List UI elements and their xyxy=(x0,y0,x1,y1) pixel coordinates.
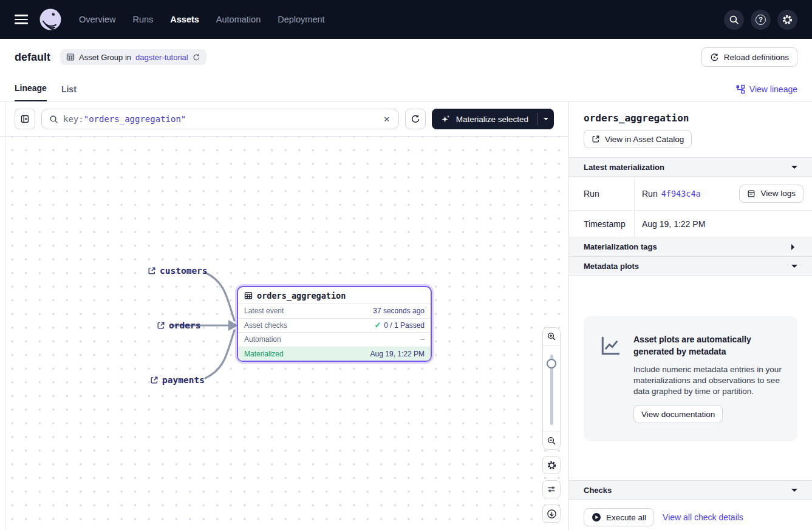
tabs-bar: Lineage List View lineage xyxy=(0,75,812,102)
page-title: default xyxy=(15,51,50,64)
materialize-selected-button[interactable]: Materialize selected xyxy=(432,109,554,129)
help-icon[interactable]: ? xyxy=(751,10,771,30)
nav-overview[interactable]: Overview xyxy=(79,15,115,24)
hamburger-menu-icon[interactable] xyxy=(15,15,28,24)
page-header: default Asset Group in dagster-tutorial … xyxy=(0,39,812,75)
asset-details-panel: orders_aggregation View in Asset Catalog… xyxy=(568,102,812,530)
external-link-icon xyxy=(148,267,156,275)
chevron-down-icon xyxy=(544,118,548,123)
external-link-icon xyxy=(157,321,165,330)
play-circle-icon xyxy=(592,512,601,522)
card-body: Include numeric metadata entries in your… xyxy=(633,364,782,398)
zoom-out-icon xyxy=(547,436,556,446)
zoom-in-button[interactable] xyxy=(543,328,560,345)
clear-search-icon[interactable]: × xyxy=(383,114,391,124)
section-metadata-plots[interactable]: Metadata plots xyxy=(569,257,812,276)
search-icon[interactable] xyxy=(724,10,744,30)
timestamp-row: Timestamp Aug 19, 1:22 PM xyxy=(569,211,812,237)
chevron-down-icon xyxy=(791,166,797,172)
table-icon xyxy=(66,53,75,61)
top-navbar: Overview Runs Assets Automation Deployme… xyxy=(0,0,812,39)
graph-settings-button[interactable] xyxy=(542,456,561,474)
dagster-logo-icon[interactable] xyxy=(39,8,62,31)
section-checks[interactable]: Checks xyxy=(569,480,812,500)
reload-icon xyxy=(710,53,719,62)
asset-link-customers[interactable]: customers xyxy=(148,266,208,276)
zoom-slider-knob[interactable] xyxy=(547,359,556,369)
sidebar-asset-title: orders_aggregation xyxy=(584,112,797,124)
refresh-icon xyxy=(411,114,420,124)
run-id-link[interactable]: 4f943c4a xyxy=(661,189,701,199)
refresh-icon[interactable] xyxy=(193,53,200,61)
nav-runs[interactable]: Runs xyxy=(132,15,153,24)
logs-icon xyxy=(747,189,756,198)
lineage-icon xyxy=(735,84,745,94)
node-row-asset-checks: Asset checks ✓0 / 1 Passed xyxy=(238,318,431,333)
node-row-automation: Automation – xyxy=(238,332,431,347)
check-icon: ✓ xyxy=(374,321,381,330)
view-in-asset-catalog-button[interactable]: View in Asset Catalog xyxy=(584,130,692,148)
metadata-plots-empty-card: Asset plots are automatically generated … xyxy=(584,316,797,441)
expand-panel-button[interactable] xyxy=(15,109,35,129)
graph-filters-button[interactable] xyxy=(542,480,561,498)
tab-lineage[interactable]: Lineage xyxy=(15,83,47,101)
run-row: Run Run 4f943c4a View logs xyxy=(569,177,812,211)
sparkle-icon xyxy=(440,114,451,124)
nav-automation[interactable]: Automation xyxy=(216,15,261,24)
badge-repo-link[interactable]: dagster-tutorial xyxy=(135,53,188,62)
materialize-dropdown-button[interactable] xyxy=(537,109,554,129)
view-all-check-details-link[interactable]: View all check details xyxy=(663,512,743,522)
search-icon xyxy=(49,115,58,124)
primary-nav: Overview Runs Assets Automation Deployme… xyxy=(79,15,325,24)
table-icon xyxy=(244,291,253,300)
chevron-down-icon xyxy=(791,265,797,271)
node-row-materialized: Materialized Aug 19, 1:22 PM xyxy=(238,347,431,361)
recenter-graph-button[interactable] xyxy=(542,505,561,523)
gear-icon xyxy=(547,460,557,471)
search-query-prefix: key: xyxy=(63,114,84,124)
execute-all-button[interactable]: Execute all xyxy=(584,508,654,526)
asset-link-payments[interactable]: payments xyxy=(150,375,205,385)
external-link-icon xyxy=(592,135,600,143)
reload-definitions-button[interactable]: Reload definitions xyxy=(701,47,797,67)
panel-expand-icon xyxy=(20,114,30,124)
zoom-in-icon xyxy=(547,331,556,341)
node-row-latest-event: Latest event 37 seconds ago xyxy=(238,304,431,318)
graph-toolbar: key:"orders_aggregation" × Materialize s… xyxy=(0,102,568,136)
zoom-control xyxy=(542,327,561,450)
chevron-right-icon xyxy=(791,244,797,250)
view-lineage-link[interactable]: View lineage xyxy=(735,84,797,101)
lineage-graph-canvas[interactable]: customers orders payments orders_aggrega… xyxy=(0,136,568,530)
node-title: orders_aggregation xyxy=(257,291,346,301)
section-latest-materialization[interactable]: Latest materialization xyxy=(569,157,812,177)
view-documentation-button[interactable]: View documentation xyxy=(633,405,723,423)
nav-deployment[interactable]: Deployment xyxy=(278,15,324,24)
asset-search-input[interactable]: key:"orders_aggregation" × xyxy=(41,109,399,129)
arrow-down-circle-icon xyxy=(547,509,557,519)
asset-link-orders[interactable]: orders xyxy=(157,321,200,330)
filter-sliders-icon xyxy=(547,484,556,494)
asset-group-badge[interactable]: Asset Group in dagster-tutorial xyxy=(60,49,206,65)
collapsed-panel-edge xyxy=(5,102,5,530)
nav-assets[interactable]: Assets xyxy=(170,15,199,24)
zoom-out-button[interactable] xyxy=(543,432,560,449)
section-materialization-tags[interactable]: Materialization tags xyxy=(569,237,812,257)
card-title: Asset plots are automatically generated … xyxy=(633,334,782,358)
external-link-icon xyxy=(150,376,159,384)
view-logs-button[interactable]: View logs xyxy=(739,185,803,203)
gear-icon[interactable] xyxy=(777,10,797,30)
badge-text: Asset Group in xyxy=(79,53,131,62)
chart-line-icon xyxy=(599,335,621,423)
asset-node-orders-aggregation[interactable]: orders_aggregation Latest event 37 secon… xyxy=(237,286,432,362)
chevron-down-icon xyxy=(791,489,797,495)
tab-list[interactable]: List xyxy=(61,84,77,101)
refresh-graph-button[interactable] xyxy=(405,109,426,129)
search-query-value: "orders_aggregation" xyxy=(84,114,186,124)
timestamp-value: Aug 19, 1:22 PM xyxy=(635,211,812,237)
